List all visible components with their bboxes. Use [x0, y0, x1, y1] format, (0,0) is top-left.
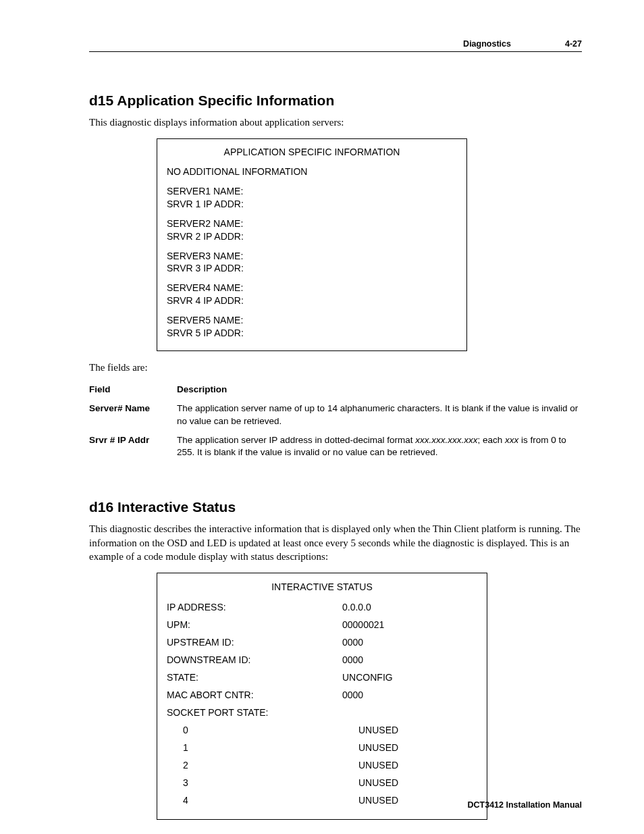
- socket-state: UNUSED: [358, 760, 477, 771]
- status-row: MAC ABORT CNTR: 0000: [167, 689, 477, 700]
- page-header: Diagnostics 4-27: [89, 39, 582, 52]
- status-value: 00000021: [342, 619, 477, 630]
- field-row: Srvr # IP Addr The application server IP…: [89, 434, 582, 459]
- field-desc: The application server name of up to 14 …: [177, 402, 582, 427]
- d15-server-1: SERVER1 NAME: SRVR 1 IP ADDR:: [167, 185, 457, 211]
- field-name: Server# Name: [89, 402, 177, 427]
- socket-row: 4 UNUSED: [167, 795, 477, 806]
- d15-heading: d15 Application Specific Information: [89, 93, 582, 109]
- status-row: IP ADDRESS: 0.0.0.0: [167, 602, 477, 613]
- d16-panel: INTERACTIVE STATUS IP ADDRESS: 0.0.0.0 U…: [157, 573, 487, 820]
- socket-state: UNUSED: [358, 795, 477, 806]
- d15-server-2: SERVER2 NAME: SRVR 2 IP ADDR:: [167, 217, 457, 243]
- field-name: Srvr # IP Addr: [89, 434, 177, 459]
- field-header-col2: Description: [177, 384, 582, 396]
- d16-intro: This diagnostic describes the interactiv…: [89, 522, 582, 563]
- status-label: UPSTREAM ID:: [167, 637, 342, 648]
- server-ip-label: SRVR 5 IP ADDR:: [167, 327, 457, 340]
- socket-index: 3: [167, 777, 358, 788]
- d15-panel: APPLICATION SPECIFIC INFORMATION NO ADDI…: [157, 138, 467, 351]
- status-value: UNCONFIG: [342, 672, 477, 683]
- status-label: MAC ABORT CNTR:: [167, 689, 342, 700]
- socket-header-row: SOCKET PORT STATE:: [167, 707, 477, 718]
- socket-state: UNUSED: [358, 777, 477, 788]
- d15-fields-intro: The fields are:: [89, 361, 582, 374]
- server-ip-label: SRVR 4 IP ADDR:: [167, 294, 457, 307]
- status-value: 0000: [342, 637, 477, 648]
- field-row: Server# Name The application server name…: [89, 402, 582, 427]
- status-label: DOWNSTREAM ID:: [167, 654, 342, 665]
- status-row: DOWNSTREAM ID: 0000: [167, 654, 477, 665]
- server-name-label: SERVER2 NAME:: [167, 217, 457, 230]
- server-name-label: SERVER3 NAME:: [167, 250, 457, 263]
- d16-panel-title: INTERACTIVE STATUS: [167, 581, 477, 592]
- status-value: 0000: [342, 654, 477, 665]
- socket-index: 2: [167, 760, 358, 771]
- socket-header: SOCKET PORT STATE:: [167, 707, 342, 718]
- status-value: 0000: [342, 689, 477, 700]
- server-name-label: SERVER5 NAME:: [167, 314, 457, 327]
- d15-server-3: SERVER3 NAME: SRVR 3 IP ADDR:: [167, 250, 457, 276]
- header-page: 4-27: [565, 39, 582, 49]
- socket-state: UNUSED: [358, 725, 477, 735]
- socket-row: 1 UNUSED: [167, 742, 477, 753]
- status-row: STATE: UNCONFIG: [167, 672, 477, 683]
- server-ip-label: SRVR 2 IP ADDR:: [167, 230, 457, 243]
- status-label: IP ADDRESS:: [167, 602, 342, 613]
- d16-heading: d16 Interactive Status: [89, 499, 582, 515]
- status-value: 0.0.0.0: [342, 602, 477, 613]
- field-header-col1: Field: [89, 384, 177, 396]
- field-header-row: Field Description: [89, 384, 582, 396]
- header-section: Diagnostics: [463, 39, 511, 49]
- footer-manual-title: DCT3412 Installation Manual: [468, 800, 582, 810]
- socket-row: 3 UNUSED: [167, 777, 477, 788]
- field-desc: The application server IP address in dot…: [177, 434, 582, 459]
- socket-state: UNUSED: [358, 742, 477, 753]
- d15-server-5: SERVER5 NAME: SRVR 5 IP ADDR:: [167, 314, 457, 340]
- socket-row: 2 UNUSED: [167, 760, 477, 771]
- status-row: UPM: 00000021: [167, 619, 477, 630]
- server-ip-label: SRVR 3 IP ADDR:: [167, 262, 457, 275]
- d15-panel-line1: NO ADDITIONAL INFORMATION: [167, 165, 457, 178]
- socket-row: 0 UNUSED: [167, 725, 477, 735]
- socket-index: 4: [167, 795, 358, 806]
- server-name-label: SERVER1 NAME:: [167, 185, 457, 198]
- status-label: UPM:: [167, 619, 342, 630]
- server-name-label: SERVER4 NAME:: [167, 282, 457, 294]
- socket-index: 1: [167, 742, 358, 753]
- socket-index: 0: [167, 725, 358, 735]
- d15-field-table: Field Description Server# Name The appli…: [89, 384, 582, 459]
- d15-server-4: SERVER4 NAME: SRVR 4 IP ADDR:: [167, 282, 457, 307]
- d15-panel-title: APPLICATION SPECIFIC INFORMATION: [167, 146, 457, 159]
- server-ip-label: SRVR 1 IP ADDR:: [167, 198, 457, 211]
- status-label: STATE:: [167, 672, 342, 683]
- d15-intro: This diagnostic displays information abo…: [89, 115, 582, 129]
- status-row: UPSTREAM ID: 0000: [167, 637, 477, 648]
